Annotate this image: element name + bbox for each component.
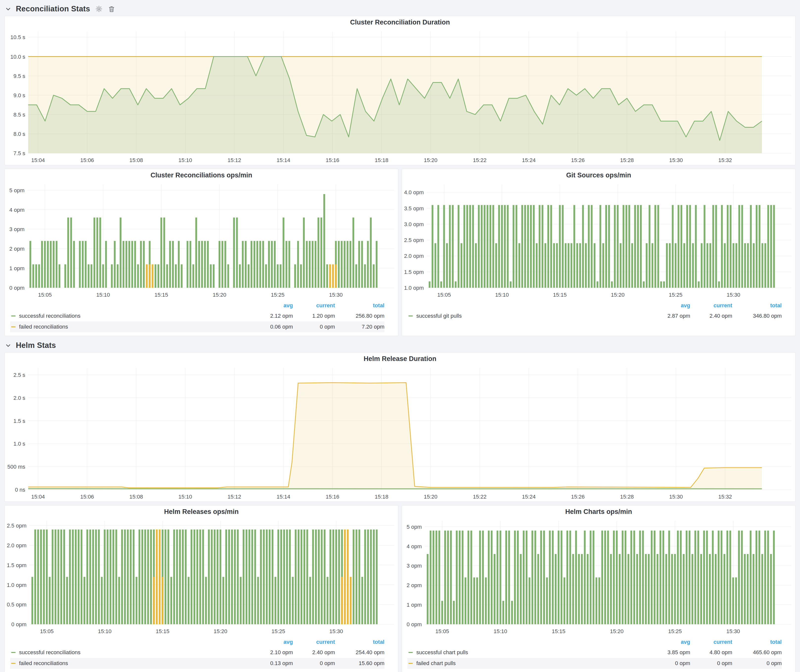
legend-series-toggle[interactable]: successful reconciliations: [10, 649, 251, 656]
legend-header-row: avgcurrenttotal: [407, 301, 782, 310]
git-sources-ops-chart[interactable]: 1.0 opm1.5 opm2.0 opm2.5 opm3.0 opm3.5 o…: [402, 181, 795, 300]
cluster-reconciliations-ops-chart[interactable]: 0 opm1 opm2 opm3 opm4 opm5 opm15:0515:10…: [5, 181, 398, 300]
section-header-helm-stats: Helm Stats: [5, 338, 795, 352]
legend-value: 2.12 opm: [251, 313, 293, 319]
chart-canvas[interactable]: 0 opm1 opm2 opm3 opm4 opm5 opm15:0515:10…: [402, 518, 795, 636]
svg-text:15:10: 15:10: [178, 157, 192, 163]
svg-text:15:32: 15:32: [718, 494, 732, 500]
panel-title[interactable]: Helm Releases ops/min: [5, 506, 398, 518]
svg-text:2.5 opm: 2.5 opm: [404, 237, 424, 243]
helm-release-duration-chart[interactable]: 0 ns500 ms1.0 s1.5 s2.0 s2.5 s15:0415:06…: [5, 365, 795, 502]
svg-text:15:25: 15:25: [271, 292, 285, 298]
svg-text:15:06: 15:06: [80, 157, 94, 163]
chart-canvas[interactable]: 0 opm1 opm2 opm3 opm4 opm5 opm15:0515:10…: [5, 181, 398, 300]
legend-row: failed reconciliations0.06 opm0 opm7.20 …: [10, 322, 384, 332]
legend-sort-total[interactable]: total: [335, 302, 384, 309]
series-color-dash: [408, 663, 413, 664]
legend-sort-avg[interactable]: avg: [648, 302, 690, 309]
legend-series-toggle[interactable]: successful reconciliations: [10, 313, 251, 319]
svg-text:1.0 s: 1.0 s: [13, 441, 25, 447]
legend-sort-avg[interactable]: avg: [251, 302, 293, 309]
svg-text:10.0 s: 10.0 s: [10, 54, 25, 60]
svg-text:8.0 s: 8.0 s: [13, 131, 25, 137]
legend-series-toggle[interactable]: successful git pulls: [407, 313, 648, 319]
svg-text:15:16: 15:16: [326, 157, 339, 163]
legend-value: 4.80 opm: [690, 649, 732, 656]
legend-value: 2.10 opm: [251, 649, 293, 656]
legend-series-toggle[interactable]: successful chart pulls: [407, 649, 648, 656]
svg-text:15:04: 15:04: [31, 494, 45, 500]
legend-sort-avg[interactable]: avg: [251, 639, 293, 645]
chevron-down-icon[interactable]: [5, 6, 11, 12]
svg-text:15:30: 15:30: [669, 494, 683, 500]
svg-text:15:24: 15:24: [522, 157, 536, 163]
svg-text:4 opm: 4 opm: [407, 543, 422, 550]
svg-text:15:28: 15:28: [620, 157, 634, 163]
section-title[interactable]: Reconciliation Stats: [16, 5, 90, 13]
section-title[interactable]: Helm Stats: [16, 341, 56, 350]
series-color-dash: [11, 663, 16, 664]
panel-title[interactable]: Cluster Reconciliation Duration: [5, 16, 795, 29]
legend-sort-total[interactable]: total: [732, 639, 782, 645]
svg-text:15:25: 15:25: [669, 292, 683, 298]
svg-text:9.0 s: 9.0 s: [13, 92, 25, 98]
svg-text:15:22: 15:22: [473, 494, 486, 500]
panel-title[interactable]: Helm Charts ops/min: [402, 506, 795, 518]
chart-canvas[interactable]: 0 opm0.5 opm1.0 opm1.5 opm2.0 opm2.5 opm…: [5, 518, 398, 636]
svg-text:15:30: 15:30: [329, 292, 342, 298]
svg-text:15:20: 15:20: [611, 292, 625, 298]
svg-text:15:30: 15:30: [329, 628, 343, 634]
svg-text:15:05: 15:05: [38, 292, 52, 298]
legend-sort-current[interactable]: current: [293, 302, 335, 309]
legend-series-toggle[interactable]: failed reconciliations: [10, 660, 251, 667]
chart-canvas[interactable]: 7.5 s8.0 s8.5 s9.0 s9.5 s10.0 s10.5 s15:…: [5, 29, 795, 165]
legend-value: 7.20 opm: [335, 324, 384, 330]
svg-text:15:20: 15:20: [424, 494, 437, 500]
panel-helm-charts-ops: Helm Charts ops/min 0 opm1 opm2 opm3 opm…: [402, 505, 795, 672]
svg-text:0 ns: 0 ns: [15, 487, 25, 493]
svg-text:15:15: 15:15: [552, 628, 565, 634]
svg-text:15:12: 15:12: [227, 494, 241, 500]
legend-sort-total[interactable]: total: [335, 639, 384, 645]
svg-text:15:20: 15:20: [610, 628, 624, 634]
legend-series-toggle[interactable]: failed chart pulls: [407, 660, 648, 667]
panel-row: Helm Releases ops/min 0 opm0.5 opm1.0 op…: [5, 505, 795, 672]
legend-sort-current[interactable]: current: [690, 302, 732, 309]
panel-title[interactable]: Git Sources ops/min: [402, 169, 795, 181]
svg-text:15:15: 15:15: [154, 292, 168, 298]
legend-sort-current[interactable]: current: [690, 639, 732, 645]
legend-sort-current[interactable]: current: [293, 639, 335, 645]
series-color-dash: [11, 326, 16, 327]
trash-icon[interactable]: [108, 5, 115, 13]
svg-text:15:14: 15:14: [277, 494, 290, 500]
chart-canvas[interactable]: 1.0 opm1.5 opm2.0 opm2.5 opm3.0 opm3.5 o…: [402, 181, 795, 300]
legend-value: 0 opm: [690, 660, 732, 667]
gear-icon[interactable]: [95, 5, 103, 13]
svg-text:4 opm: 4 opm: [10, 207, 24, 213]
chevron-down-icon[interactable]: [5, 343, 11, 348]
series-color-dash: [11, 652, 16, 653]
panel-title[interactable]: Helm Release Duration: [5, 353, 795, 365]
panel-helm-release-duration: Helm Release Duration 0 ns500 ms1.0 s1.5…: [5, 352, 795, 502]
svg-text:5 opm: 5 opm: [10, 187, 24, 194]
svg-text:15:14: 15:14: [277, 157, 290, 163]
panel-title[interactable]: Cluster Reconciliations ops/min: [5, 169, 398, 181]
svg-text:15:24: 15:24: [522, 494, 536, 500]
legend: avgcurrenttotalsuccessful git pulls2.87 …: [402, 300, 795, 325]
helm-releases-ops-chart[interactable]: 0 opm0.5 opm1.0 opm1.5 opm2.0 opm2.5 opm…: [5, 518, 398, 636]
legend-sort-avg[interactable]: avg: [648, 639, 690, 645]
svg-text:15:20: 15:20: [214, 628, 227, 634]
legend-sort-total[interactable]: total: [732, 302, 782, 309]
svg-text:15:10: 15:10: [495, 292, 509, 298]
series-color-dash: [408, 315, 413, 317]
helm-charts-ops-chart[interactable]: 0 opm1 opm2 opm3 opm4 opm5 opm15:0515:10…: [402, 518, 795, 636]
chart-canvas[interactable]: 0 ns500 ms1.0 s1.5 s2.0 s2.5 s15:0415:06…: [5, 365, 795, 502]
legend-row: successful reconciliations2.10 opm2.40 o…: [10, 647, 384, 658]
legend-series-toggle[interactable]: failed reconciliations: [10, 324, 251, 330]
panel-cluster-reconciliations-ops: Cluster Reconciliations ops/min 0 opm1 o…: [5, 169, 398, 336]
legend-value: 254.40 opm: [335, 649, 384, 656]
legend-value: 2.87 opm: [648, 313, 690, 319]
legend: avgcurrenttotalsuccessful reconciliation…: [5, 300, 398, 336]
svg-text:15:06: 15:06: [80, 494, 94, 500]
cluster-reconciliation-duration-chart[interactable]: 7.5 s8.0 s8.5 s9.0 s9.5 s10.0 s10.5 s15:…: [5, 29, 795, 165]
